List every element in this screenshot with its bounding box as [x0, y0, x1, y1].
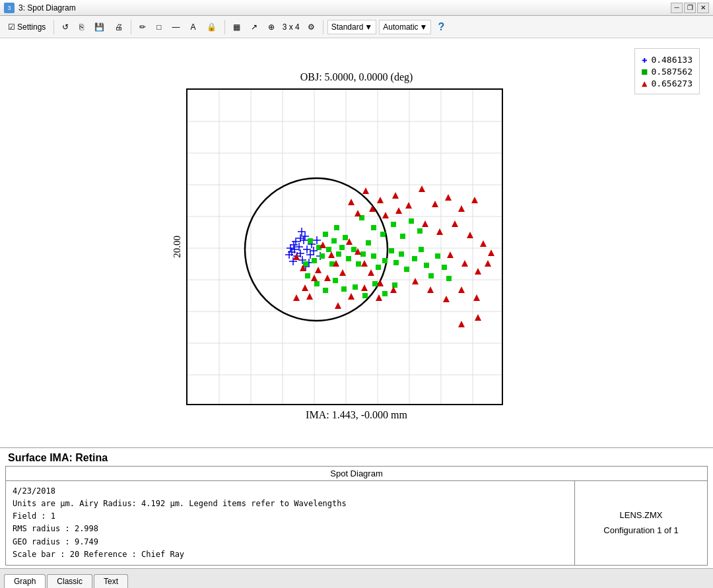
svg-marker-152 [324, 275, 331, 281]
svg-rect-68 [312, 258, 317, 263]
graph-area: ✚ 0.486133 ■ 0.587562 ▲ 0.656273 OBJ: 5.… [0, 38, 713, 447]
svg-rect-107 [382, 291, 388, 296]
legend-box: ✚ 0.486133 ■ 0.587562 ▲ 0.656273 [634, 48, 700, 94]
standard-label: Standard [331, 22, 364, 32]
svg-rect-84 [393, 260, 399, 265]
svg-marker-130 [452, 220, 458, 227]
standard-dropdown[interactable]: Standard ▼ [327, 20, 377, 34]
info-left: 4/23/2018 Units are µm. Airy Radius: 4.1… [6, 481, 575, 565]
svg-rect-111 [323, 288, 328, 293]
svg-rect-76 [351, 247, 356, 252]
export-button[interactable]: ↗ [247, 18, 261, 36]
gear-icon: ⚙ [308, 22, 315, 32]
line-icon: — [172, 22, 180, 32]
svg-marker-119 [419, 185, 425, 192]
svg-marker-136 [461, 260, 468, 267]
svg-marker-133 [488, 249, 494, 256]
tab-classic[interactable]: Classic [47, 574, 92, 588]
svg-rect-85 [399, 251, 404, 257]
lock-icon: 🔒 [207, 22, 217, 32]
automatic-dropdown[interactable]: Automatic ▼ [379, 20, 431, 34]
svg-rect-88 [419, 247, 424, 252]
refresh-icon: ↺ [62, 22, 69, 32]
svg-rect-70 [326, 247, 331, 252]
bottom-tabs: Graph Classic Text [0, 568, 713, 588]
svg-marker-127 [395, 207, 402, 214]
legend-symbol-3: ▲ [642, 78, 647, 88]
svg-marker-139 [427, 286, 434, 293]
svg-marker-145 [361, 284, 368, 291]
svg-marker-135 [475, 268, 481, 275]
legend-value-1: 0.486133 [651, 55, 693, 65]
tab-graph[interactable]: Graph [4, 574, 46, 588]
legend-item-2: ■ 0.587562 [642, 66, 693, 77]
plot-title: OBJ: 5.0000, 0.0000 (deg) [172, 71, 541, 83]
svg-rect-82 [382, 258, 388, 263]
legend-value-3: 0.656273 [651, 79, 693, 88]
legend-symbol-1: ✚ [642, 54, 647, 65]
tab-classic-label: Classic [57, 577, 83, 586]
rect-button[interactable]: □ [153, 18, 165, 36]
plot-container: OBJ: 5.0000, 0.0000 (deg) 20.00 [172, 71, 541, 421]
info-table: Spot Diagram 4/23/2018 Units are µm. Air… [5, 466, 708, 566]
info-table-body: 4/23/2018 Units are µm. Airy Radius: 4.1… [6, 481, 707, 565]
toolbar-separator-1 [53, 20, 54, 34]
plot-with-axis: 20.00 [172, 88, 541, 405]
svg-rect-77 [356, 261, 361, 267]
svg-rect-97 [391, 222, 396, 227]
tab-text-label: Text [104, 577, 118, 586]
info-line-5: GEO radius : 9.749 [13, 536, 568, 548]
print-button[interactable]: 🖨 [111, 18, 127, 36]
svg-marker-120 [432, 201, 438, 207]
toolbar-separator-4 [323, 20, 323, 34]
copy-icon: ⎘ [79, 22, 84, 32]
tab-text[interactable]: Text [94, 574, 128, 588]
svg-rect-108 [392, 282, 397, 288]
automatic-label: Automatic [383, 22, 418, 32]
line-button[interactable]: — [168, 18, 184, 36]
svg-rect-65 [308, 238, 313, 244]
svg-marker-144 [376, 294, 382, 301]
svg-marker-141 [458, 286, 465, 293]
svg-marker-138 [412, 278, 419, 284]
settings2-button[interactable]: ⚙ [304, 18, 319, 36]
help-icon: ? [438, 21, 444, 33]
grid-view-button[interactable]: ▦ [229, 18, 244, 36]
lock-button[interactable]: 🔒 [203, 18, 221, 36]
save-button[interactable]: 💾 [90, 18, 108, 36]
svg-rect-74 [339, 245, 345, 250]
info-line-3: Field : 1 [13, 510, 568, 523]
svg-marker-154 [311, 275, 318, 281]
window-controls: ─ ❐ ✕ [671, 3, 709, 13]
tab-graph-label: Graph [14, 577, 36, 586]
close-button[interactable]: ✕ [697, 3, 709, 13]
svg-marker-159 [293, 253, 300, 260]
settings-button[interactable]: ☑ Settings [4, 18, 50, 36]
svg-marker-163 [368, 269, 374, 276]
svg-marker-153 [315, 267, 322, 273]
copy-button[interactable]: ⎘ [75, 18, 88, 36]
svg-rect-105 [362, 293, 368, 298]
svg-rect-102 [334, 225, 339, 230]
legend-item-1: ✚ 0.486133 [642, 54, 693, 65]
info-line-1: 4/23/2018 [13, 485, 568, 498]
help-button[interactable]: ? [434, 18, 448, 36]
restore-button[interactable]: ❐ [684, 3, 696, 13]
minimize-button[interactable]: ─ [671, 3, 683, 13]
svg-rect-113 [341, 286, 347, 292]
window-title: 3: Spot Diagram [18, 3, 76, 13]
info-right: LENS.ZMX Configuration 1 of 1 [575, 481, 707, 565]
layers-button[interactable]: ⊕ [264, 18, 279, 36]
print-icon: 🖨 [115, 22, 123, 32]
svg-rect-79 [366, 240, 371, 245]
info-line-4: RMS radius : 2.998 [13, 523, 568, 535]
draw-button[interactable]: ✏ [135, 18, 150, 36]
svg-marker-166 [458, 321, 465, 327]
title-bar: 3 3: Spot Diagram ─ ❐ ✕ [0, 0, 713, 16]
refresh-button[interactable]: ↺ [58, 18, 73, 36]
svg-marker-147 [335, 302, 341, 309]
svg-rect-103 [343, 235, 348, 240]
text-button[interactable]: A [187, 18, 200, 36]
svg-rect-81 [376, 265, 381, 270]
svg-marker-132 [480, 240, 487, 247]
